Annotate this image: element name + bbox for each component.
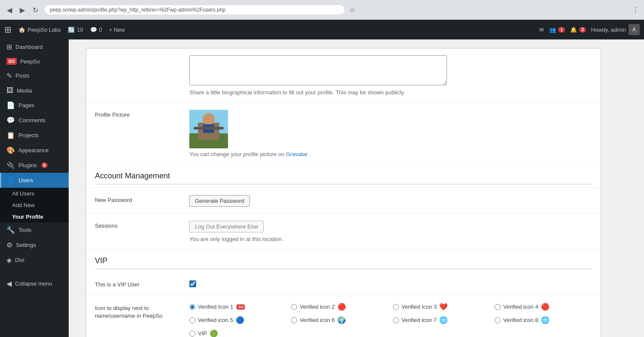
icon-option-v8[interactable]: Verified icon 8 🌐 xyxy=(495,316,592,324)
new-password-section: New Password Generate Password xyxy=(86,188,601,214)
bio-label xyxy=(95,55,181,57)
bell-icon: 🔔 xyxy=(570,27,577,33)
users-alerts-item[interactable]: 👥 1 xyxy=(549,27,565,33)
sidebar-item-projects[interactable]: 📋 Projects xyxy=(0,128,69,143)
email-icon[interactable]: ✉ xyxy=(539,27,544,33)
bio-section: Share a little biographical information … xyxy=(86,48,601,103)
howdy-section[interactable]: Howdy, admin A xyxy=(591,24,640,35)
alerts-item[interactable]: 🔔 3 xyxy=(570,27,586,33)
comments-item[interactable]: 💬 0 xyxy=(90,27,102,33)
icon-radio-v4[interactable] xyxy=(495,304,501,310)
icon-emoji-v4: 🔴 xyxy=(541,303,550,311)
sidebar-item-media[interactable]: 🖼 Media xyxy=(0,83,69,98)
sidebar: ⊞ Dashboard SO PeepSo ✎ Posts 🖼 Media 📄 … xyxy=(0,39,69,337)
generate-password-button[interactable]: Generate Password xyxy=(189,195,250,207)
profile-picture xyxy=(189,110,228,148)
back-button[interactable]: ◀ xyxy=(5,4,14,16)
icon-option-v7[interactable]: Verified icon 7 🌐 xyxy=(393,316,490,324)
icon-radio-v6[interactable] xyxy=(291,317,297,323)
icon-option-vip[interactable]: VIP 🟢 xyxy=(189,329,287,337)
icon-radio-v7[interactable] xyxy=(393,317,399,323)
sidebar-item-appearance[interactable]: 🎨 Appearance xyxy=(0,143,69,158)
users-submenu: All Users Add New Your Profile xyxy=(0,188,69,223)
posts-icon: ✎ xyxy=(6,72,12,80)
comments-nav-icon: 💬 xyxy=(6,116,15,124)
sidebar-item-divi[interactable]: ◈ Divi xyxy=(0,253,69,268)
tools-icon: 🔧 xyxy=(6,226,15,234)
divi-icon: ◈ xyxy=(6,256,12,264)
sidebar-item-comments[interactable]: 💬 Comments xyxy=(0,113,69,128)
logout-everywhere-button[interactable]: Log Out Everywhere Else xyxy=(189,221,264,232)
avatar: A xyxy=(629,24,640,35)
gravatar-link[interactable]: Gravatar xyxy=(286,151,308,157)
new-password-label: New Password xyxy=(95,195,181,203)
url-bar[interactable]: peep.so/wp-admin/profile.php?wp_http_ref… xyxy=(44,5,345,15)
new-password-content: Generate Password xyxy=(189,195,592,207)
sidebar-subitem-add-new[interactable]: Add New xyxy=(0,199,69,211)
wp-logo-icon[interactable]: ⊞ xyxy=(4,24,12,35)
new-button[interactable]: + New xyxy=(109,27,125,33)
icon-option-v1[interactable]: Verified Icon 1 SO xyxy=(189,303,287,311)
account-management-heading-row: Account Management xyxy=(86,165,601,188)
updates-icon: 🔄 xyxy=(68,27,75,33)
icon-emoji-v6: 🌍 xyxy=(337,316,346,324)
icon-radio-v5[interactable] xyxy=(189,317,195,323)
icon-radio-v2[interactable] xyxy=(291,304,297,310)
sidebar-item-users[interactable]: 👤 Users xyxy=(0,173,69,188)
icon-option-v3[interactable]: Verified Icon 3 ❤️ xyxy=(393,303,490,311)
sidebar-item-collapse[interactable]: ◀ Collapse menu xyxy=(0,276,69,291)
peepso-icon: SO xyxy=(6,58,17,65)
sidebar-item-plugins[interactable]: 🔌 Plugins 6 xyxy=(0,158,69,173)
sidebar-subitem-your-profile[interactable]: Your Profile xyxy=(0,211,69,223)
icon-selection-section: Icon to display next to name/username in… xyxy=(86,296,601,337)
sidebar-item-tools[interactable]: 🔧 Tools xyxy=(0,223,69,238)
sidebar-subitem-all-users[interactable]: All Users xyxy=(0,188,69,199)
vip-user-checkbox[interactable] xyxy=(189,280,196,287)
icon-selection-content: Verified Icon 1 SO Verified icon 2 🔴 Ver… xyxy=(189,303,592,337)
icon-option-v4[interactable]: Verified icon 4 🔴 xyxy=(495,303,592,311)
site-house-icon: 🏠 xyxy=(18,27,25,33)
sessions-section: Sessions Log Out Everywhere Else You are… xyxy=(86,214,601,250)
sidebar-item-dashboard[interactable]: ⊞ Dashboard xyxy=(0,39,69,54)
gravatar-hint: You can change your profile picture on G… xyxy=(189,151,592,157)
sessions-content: Log Out Everywhere Else You are only log… xyxy=(189,221,592,242)
icon-option-v5[interactable]: Verified icon 5 🔵 xyxy=(189,316,287,324)
dashboard-icon: ⊞ xyxy=(6,43,12,51)
vip-user-section: This is a VIP User xyxy=(86,273,601,296)
appearance-icon: 🎨 xyxy=(6,146,15,154)
icon-radio-vip[interactable] xyxy=(189,331,195,337)
main-content: Share a little biographical information … xyxy=(69,39,644,337)
refresh-button[interactable]: ↻ xyxy=(31,4,40,16)
icon-radio-v8[interactable] xyxy=(495,317,501,323)
forward-button[interactable]: ▶ xyxy=(18,4,27,16)
browser-menu-icon[interactable]: ⋮ xyxy=(632,6,639,14)
content-wrap: Share a little biographical information … xyxy=(86,48,601,337)
icon-emoji-v5: 🔵 xyxy=(236,316,244,324)
sidebar-item-settings[interactable]: ⚙ Settings xyxy=(0,238,69,253)
icon-emoji-v8: 🌐 xyxy=(541,316,550,324)
projects-icon: 📋 xyxy=(6,131,15,139)
vip-user-label: This is a VIP User xyxy=(95,280,181,288)
sidebar-item-posts[interactable]: ✎ Posts xyxy=(0,68,69,83)
icon-selection-label: Icon to display next to name/username in… xyxy=(95,303,181,320)
bookmark-icon[interactable]: ☆ xyxy=(349,6,355,14)
sidebar-item-peepso[interactable]: SO PeepSo xyxy=(0,54,69,68)
sessions-hint: You are only logged in at this location. xyxy=(189,236,592,242)
account-management-heading: Account Management xyxy=(95,172,592,184)
bio-hint: Share a little biographical information … xyxy=(189,89,592,96)
so-badge-v1: SO xyxy=(237,304,245,310)
sessions-label: Sessions xyxy=(95,221,181,229)
profile-picture-section: Profile Picture Y xyxy=(86,103,601,165)
sidebar-item-pages[interactable]: 📄 Pages xyxy=(0,98,69,113)
main-layout: ⊞ Dashboard SO PeepSo ✎ Posts 🖼 Media 📄 … xyxy=(0,39,644,337)
icon-radio-v1[interactable] xyxy=(189,304,195,310)
icon-option-v6[interactable]: Verified icon 6 🌍 xyxy=(291,316,389,324)
bio-textarea[interactable] xyxy=(189,55,447,85)
site-name[interactable]: 🏠 PeepSo Labs xyxy=(18,27,61,33)
media-icon: 🖼 xyxy=(6,87,13,94)
users-icon: 👥 xyxy=(549,27,556,33)
icon-option-v2[interactable]: Verified icon 2 🔴 xyxy=(291,303,389,311)
updates-item[interactable]: 🔄 10 xyxy=(68,27,83,33)
icon-radio-v3[interactable] xyxy=(393,304,399,310)
vip-heading-row: VIP xyxy=(86,250,601,273)
